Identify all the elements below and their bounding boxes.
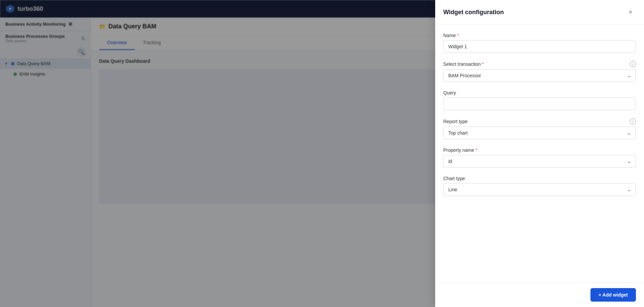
required-indicator: *: [457, 33, 459, 38]
report-type-label: Report type i: [443, 118, 636, 124]
property-name-dropdown[interactable]: id: [443, 155, 636, 168]
select-transaction-wrapper: BAM Processor: [443, 69, 636, 82]
query-input[interactable]: [443, 97, 636, 110]
modal-footer: + Add widget: [435, 282, 644, 307]
add-widget-button[interactable]: + Add widget: [590, 288, 636, 302]
report-type-field-group: Report type i Top chart Bar chart Line c…: [443, 118, 636, 139]
name-input[interactable]: [443, 40, 636, 53]
property-name-field-group: Property name * id: [443, 147, 636, 168]
select-transaction-label: Select transaction * i: [443, 61, 636, 67]
query-label: Query: [443, 90, 636, 95]
report-type-wrapper: Top chart Bar chart Line chart: [443, 127, 636, 139]
property-name-wrapper: id: [443, 155, 636, 168]
info-icon[interactable]: i: [630, 118, 636, 124]
required-indicator: *: [476, 147, 477, 153]
required-indicator: *: [482, 61, 484, 67]
chart-type-dropdown[interactable]: Line Bar Pie: [443, 183, 636, 196]
report-type-dropdown[interactable]: Top chart Bar chart Line chart: [443, 127, 636, 139]
query-field-group: Query: [443, 90, 636, 110]
select-transaction-dropdown[interactable]: BAM Processor: [443, 69, 636, 82]
widget-configuration-modal: Widget configuration × Name * Select tra…: [435, 0, 644, 307]
name-field-group: Name *: [443, 33, 636, 53]
chart-type-label: Chart type: [443, 176, 636, 181]
modal-title: Widget configuration: [443, 9, 504, 16]
info-icon[interactable]: i: [630, 61, 636, 67]
modal-close-button[interactable]: ×: [625, 7, 636, 18]
select-transaction-field-group: Select transaction * i BAM Processor: [443, 61, 636, 82]
modal-header: Widget configuration ×: [435, 0, 644, 25]
chart-type-wrapper: Line Bar Pie: [443, 183, 636, 196]
name-label: Name *: [443, 33, 636, 38]
property-name-label: Property name *: [443, 147, 636, 153]
modal-body: Name * Select transaction * i BAM Proces…: [435, 25, 644, 282]
chart-type-field-group: Chart type Line Bar Pie: [443, 176, 636, 196]
